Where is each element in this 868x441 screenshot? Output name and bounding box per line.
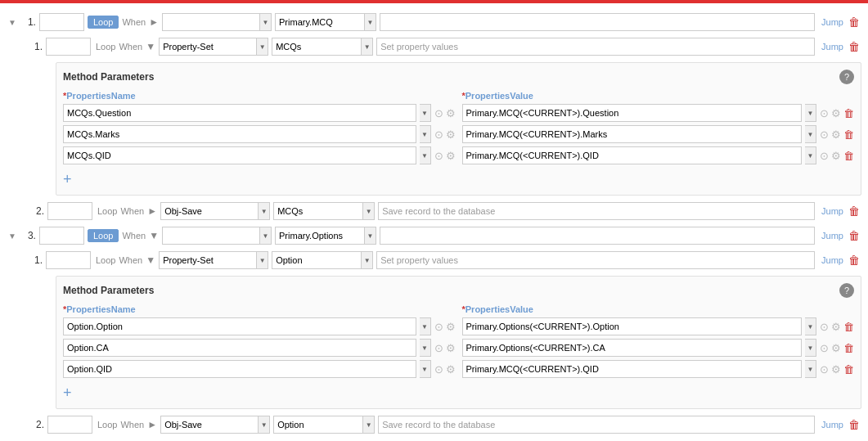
param6-val-trash-icon[interactable]: 🗑 [843,363,854,376]
row1-method-input[interactable] [162,13,260,31]
row3-dropdown-arrow[interactable]: ▼ [149,230,159,241]
param2-name-arrow[interactable]: ▼ [420,125,431,143]
param1-value-arrow[interactable]: ▼ [805,104,816,122]
row1sub-delete-btn[interactable]: 🗑 [848,40,860,53]
param2-val-gear-icon[interactable]: ⚙ [831,128,841,141]
row1-delete-btn[interactable]: 🗑 [848,16,860,29]
param6-value-arrow[interactable]: ▼ [805,360,816,378]
row3-delete-btn[interactable]: 🗑 [848,229,860,242]
param2-val-trash-icon[interactable]: 🗑 [843,128,854,141]
row2-description-input[interactable] [378,202,815,220]
param4-val-filter-icon[interactable]: ⊙ [820,321,829,333]
param2-name-input[interactable] [63,125,416,143]
param3-name-input[interactable] [63,146,416,164]
row1-step-input[interactable] [275,13,365,31]
row4-method-arrow[interactable]: ▼ [259,416,270,434]
row2-step-arrow[interactable]: ▼ [363,202,375,220]
row2-method-input[interactable] [160,202,259,220]
param4-name-arrow[interactable]: ▼ [420,317,431,335]
param3-filter-icon[interactable]: ⊙ [434,150,443,162]
row1-jump-link[interactable]: Jump [821,17,843,27]
row1sub-step-arrow[interactable]: ▼ [362,38,373,56]
row3sub-method-input[interactable] [159,251,257,269]
param2-filter-icon[interactable]: ⊙ [434,128,443,141]
param4-filter-icon[interactable]: ⊙ [434,321,443,333]
row2-label-input[interactable] [47,202,92,220]
param2-value-arrow[interactable]: ▼ [805,125,816,143]
param5-val-filter-icon[interactable]: ⊙ [820,342,829,354]
param5-val-gear-icon[interactable]: ⚙ [831,342,841,354]
row1-method-arrow[interactable]: ▼ [260,13,272,31]
param1-name-arrow[interactable]: ▼ [420,104,431,122]
param6-name-input[interactable] [63,360,416,378]
row3-label-input[interactable] [39,227,84,245]
param6-filter-icon[interactable]: ⊙ [434,363,443,376]
param1-name-input[interactable] [63,104,416,122]
row4-method-input[interactable] [160,416,259,434]
add-param-btn-2[interactable]: + [63,385,72,402]
param1-filter-icon[interactable]: ⊙ [434,107,443,119]
param2-gear-icon[interactable]: ⚙ [446,128,456,141]
param6-name-arrow[interactable]: ▼ [420,360,431,378]
row1sub-method-input[interactable] [159,38,257,56]
row1sub-description-input[interactable] [376,38,815,56]
help-icon-2[interactable]: ? [839,283,854,298]
row3sub-method-arrow[interactable]: ▼ [257,251,268,269]
param5-value-arrow[interactable]: ▼ [805,339,816,357]
row1-loop-btn[interactable]: Loop [88,16,119,29]
row1-description-input[interactable] [380,13,815,31]
param6-val-filter-icon[interactable]: ⊙ [820,363,829,376]
row1sub-method-arrow[interactable]: ▼ [257,38,268,56]
param2-val-filter-icon[interactable]: ⊙ [820,128,829,141]
row3sub-jump-link[interactable]: Jump [821,255,843,265]
param1-val-gear-icon[interactable]: ⚙ [831,107,841,119]
row1-step-arrow[interactable]: ▼ [365,13,376,31]
param4-val-trash-icon[interactable]: 🗑 [843,321,854,333]
row3-step-arrow[interactable]: ▼ [365,227,376,245]
row1sub-step-input[interactable] [272,38,362,56]
row1sub-label-input[interactable] [46,38,91,56]
row4-delete-btn[interactable]: 🗑 [848,418,860,431]
param2-value-input[interactable] [462,125,803,143]
row3-description-input[interactable] [380,227,815,245]
param4-value-arrow[interactable]: ▼ [805,317,816,335]
row4-description-input[interactable] [378,416,815,434]
row1sub-jump-link[interactable]: Jump [821,42,843,52]
row3sub-delete-btn[interactable]: 🗑 [848,254,860,267]
param1-value-input[interactable] [462,104,803,122]
param3-value-input[interactable] [462,146,803,164]
param4-val-gear-icon[interactable]: ⚙ [831,321,841,333]
param5-filter-icon[interactable]: ⊙ [434,342,443,354]
param6-val-gear-icon[interactable]: ⚙ [831,363,841,376]
param3-gear-icon[interactable]: ⚙ [446,150,456,162]
param5-value-input[interactable] [462,339,803,357]
row2-delete-btn[interactable]: 🗑 [848,205,860,218]
row3sub-dropdown-arrow[interactable]: ▼ [146,254,155,266]
param3-val-filter-icon[interactable]: ⊙ [820,150,829,162]
help-icon-1[interactable]: ? [839,70,854,84]
row3-method-input[interactable] [162,227,260,245]
row3sub-label-input[interactable] [46,251,91,269]
param5-val-trash-icon[interactable]: 🗑 [843,342,854,354]
add-param-btn-1[interactable]: + [63,171,72,188]
param3-val-trash-icon[interactable]: 🗑 [843,150,854,162]
param1-val-filter-icon[interactable]: ⊙ [820,107,829,119]
param4-value-input[interactable] [462,317,803,335]
row4-label-input[interactable] [47,416,92,434]
row2-step-input[interactable] [273,202,363,220]
row3-jump-link[interactable]: Jump [821,231,843,241]
param3-value-arrow[interactable]: ▼ [805,146,816,164]
row4-step-input[interactable] [273,416,363,434]
row3-method-arrow[interactable]: ▼ [260,227,272,245]
row1sub-dropdown-arrow[interactable]: ▼ [146,41,155,52]
param3-val-gear-icon[interactable]: ⚙ [831,150,841,162]
row4-jump-link[interactable]: Jump [821,420,843,430]
row3sub-step-input[interactable] [272,251,362,269]
row2-jump-link[interactable]: Jump [821,206,843,216]
param3-name-arrow[interactable]: ▼ [420,146,431,164]
row3sub-step-arrow[interactable]: ▼ [362,251,373,269]
param1-gear-icon[interactable]: ⚙ [446,107,456,119]
row3sub-description-input[interactable] [376,251,815,269]
param6-value-input[interactable] [462,360,803,378]
row3-loop-btn[interactable]: Loop [88,229,119,242]
